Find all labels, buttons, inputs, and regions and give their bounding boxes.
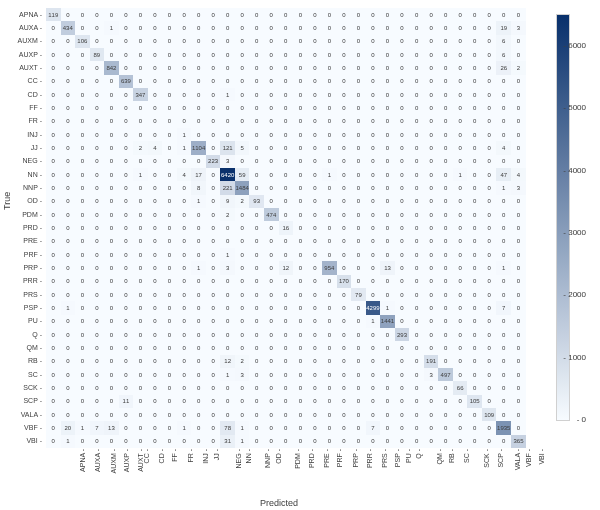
- cell: 0: [104, 435, 119, 449]
- cell: 0: [235, 75, 250, 88]
- cell: 0: [61, 341, 76, 354]
- cell: 0: [235, 288, 250, 301]
- cell: 0: [162, 155, 177, 168]
- cell: 0: [380, 408, 395, 421]
- cell: 0: [249, 395, 264, 408]
- cell: 0: [279, 288, 294, 301]
- cell: 0: [177, 61, 192, 74]
- cell: 0: [220, 395, 235, 408]
- cell: 1: [496, 261, 511, 274]
- cell: 0: [133, 315, 148, 328]
- cell: 0: [162, 101, 177, 114]
- cell: 0: [104, 208, 119, 221]
- cell: 0: [337, 155, 352, 168]
- cell: 0: [177, 408, 192, 421]
- cell: 0: [279, 248, 294, 261]
- cell: 0: [119, 248, 134, 261]
- cell: 0: [148, 195, 163, 208]
- cell: 0: [366, 341, 381, 354]
- cell: 0: [467, 168, 482, 181]
- cell: 0: [293, 155, 308, 168]
- cell: 0: [119, 48, 134, 61]
- cell: 0: [351, 48, 366, 61]
- cell: 0: [424, 61, 439, 74]
- cell: 0: [46, 61, 61, 74]
- cell: 0: [424, 381, 439, 394]
- cell: 6420: [220, 168, 235, 181]
- cell: 0: [206, 115, 221, 128]
- cell: 0: [133, 248, 148, 261]
- cell: 0: [337, 315, 352, 328]
- cell: 0: [424, 328, 439, 341]
- cell: 0: [409, 101, 424, 114]
- cell: 0: [119, 101, 134, 114]
- cell: 0: [90, 141, 105, 154]
- cell: 0: [293, 275, 308, 288]
- cell: 0: [162, 128, 177, 141]
- cell: 170: [337, 275, 352, 288]
- cell: 0: [366, 61, 381, 74]
- cell: 0: [264, 315, 279, 328]
- cell: 0: [148, 421, 163, 434]
- cell: 0: [482, 288, 497, 301]
- cell: 12: [279, 261, 294, 274]
- cell: 0: [104, 381, 119, 394]
- cell: 0: [61, 208, 76, 221]
- cell: 0: [366, 435, 381, 449]
- cell: 0: [293, 395, 308, 408]
- cell: 0: [337, 141, 352, 154]
- cell: 0: [453, 48, 468, 61]
- cell: 0: [279, 368, 294, 381]
- cell: 0: [206, 48, 221, 61]
- cell: 0: [380, 381, 395, 394]
- cell: 0: [496, 248, 511, 261]
- cell: 0: [366, 288, 381, 301]
- cell: 0: [162, 421, 177, 434]
- cell: 0: [279, 195, 294, 208]
- cell: 0: [409, 221, 424, 234]
- cell: 0: [308, 328, 323, 341]
- cell: 0: [438, 315, 453, 328]
- cell: 0: [104, 328, 119, 341]
- cell: 0: [337, 355, 352, 368]
- cell: 0: [249, 221, 264, 234]
- cell: 1: [322, 168, 337, 181]
- cell: 0: [366, 195, 381, 208]
- cell: 89: [90, 48, 105, 61]
- cell: 0: [90, 395, 105, 408]
- x-tick: VBI -: [537, 449, 595, 465]
- cell: 0: [482, 328, 497, 341]
- cell: 0: [119, 21, 134, 34]
- cell: 78: [220, 421, 235, 434]
- cell: 0: [424, 195, 439, 208]
- cell: 0: [90, 115, 105, 128]
- cell: 0: [409, 75, 424, 88]
- cell: 0: [467, 408, 482, 421]
- cell: 0: [46, 75, 61, 88]
- cell: 1: [104, 21, 119, 34]
- cell: 3: [220, 155, 235, 168]
- y-tick: PRP -: [0, 264, 44, 271]
- cell: 0: [337, 88, 352, 101]
- cell: 0: [293, 261, 308, 274]
- cell: 0: [380, 115, 395, 128]
- cell: 0: [235, 341, 250, 354]
- cell: 0: [206, 181, 221, 194]
- cell: 3: [424, 368, 439, 381]
- cell: 0: [395, 368, 410, 381]
- cell: 0: [409, 235, 424, 248]
- cell: 0: [322, 115, 337, 128]
- cell: 0: [75, 248, 90, 261]
- cell: 0: [191, 315, 206, 328]
- cell: 0: [279, 315, 294, 328]
- cell: 0: [380, 61, 395, 74]
- cell: 0: [279, 341, 294, 354]
- cell: 0: [322, 288, 337, 301]
- cell: 0: [75, 275, 90, 288]
- cell: 0: [453, 141, 468, 154]
- cell: 0: [380, 248, 395, 261]
- cell: 0: [366, 235, 381, 248]
- cell: 0: [75, 8, 90, 21]
- cell: 0: [438, 88, 453, 101]
- cell: 0: [351, 101, 366, 114]
